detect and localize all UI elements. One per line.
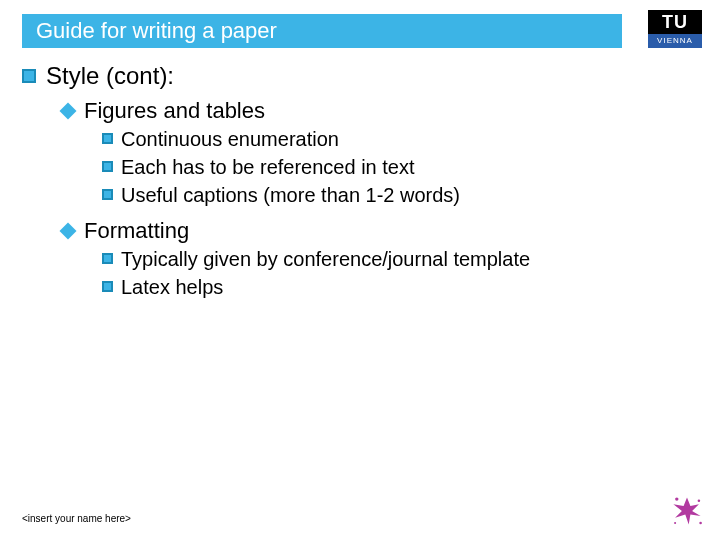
svg-point-2 [699, 522, 702, 525]
diamond-bullet-icon [60, 223, 77, 240]
square-bullet-icon [102, 281, 113, 292]
list-item-text: Each has to be referenced in text [121, 155, 415, 180]
heading-row: Style (cont): [22, 62, 682, 90]
subheading-text: Formatting [84, 218, 189, 244]
logo-top-text: TU [648, 10, 702, 34]
logo-bottom-text: VIENNA [648, 34, 702, 48]
list-item-text: Useful captions (more than 1-2 words) [121, 183, 460, 208]
diamond-bullet-icon [60, 103, 77, 120]
square-bullet-icon [102, 253, 113, 264]
list-item: Continuous enumeration [102, 127, 682, 152]
list-item: Latex helps [102, 275, 682, 300]
list-item-text: Continuous enumeration [121, 127, 339, 152]
svg-point-0 [675, 497, 678, 500]
content-area: Style (cont): Figures and tables Continu… [22, 62, 682, 300]
list-item: Useful captions (more than 1-2 words) [102, 183, 682, 208]
subheading-row: Figures and tables [60, 98, 682, 124]
subheading-text: Figures and tables [84, 98, 265, 124]
square-bullet-icon [102, 133, 113, 144]
square-bullet-icon [102, 189, 113, 200]
list-item-text: Typically given by conference/journal te… [121, 247, 530, 272]
title-bar: Guide for writing a paper [22, 14, 622, 48]
heading-text: Style (cont): [46, 62, 174, 90]
list-item-text: Latex helps [121, 275, 223, 300]
tu-vienna-logo: TU VIENNA [648, 10, 702, 52]
subheading-row: Formatting [60, 218, 682, 244]
list-item: Typically given by conference/journal te… [102, 247, 682, 272]
svg-point-3 [674, 522, 676, 524]
svg-point-1 [698, 500, 701, 503]
slide-title: Guide for writing a paper [36, 18, 277, 44]
square-bullet-icon [102, 161, 113, 172]
square-bullet-icon [22, 69, 36, 83]
list-item: Each has to be referenced in text [102, 155, 682, 180]
footer-text: <insert your name here> [22, 513, 131, 524]
splash-icon [670, 494, 704, 528]
